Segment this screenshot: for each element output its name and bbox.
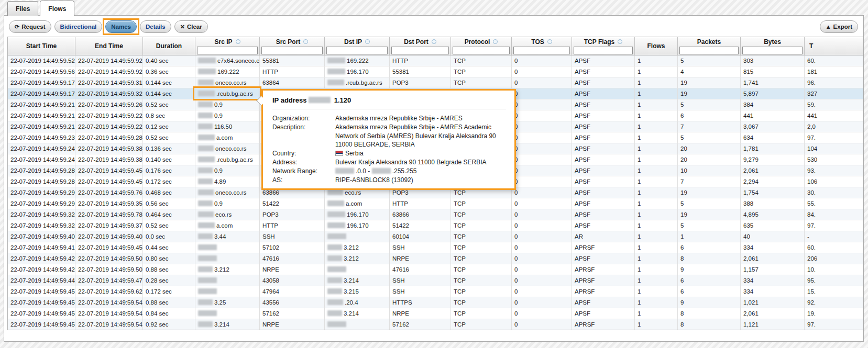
cell-dst[interactable]: a.com [325, 198, 390, 209]
cell-flags[interactable]: APSF [572, 55, 635, 66]
cell-tos[interactable]: 0 [512, 231, 572, 242]
cell-end[interactable]: 22-07-2019 14:49:59.376 [75, 220, 143, 231]
cell-src[interactable]: .rcub.bg.ac.rs [195, 154, 260, 165]
cell-start[interactable]: 22-07-2019 14:49:59.284 [8, 176, 75, 187]
cell-pkts[interactable]: 6 [678, 275, 741, 286]
cell-tos[interactable]: 0 [512, 121, 572, 132]
cell-start[interactable]: 22-07-2019 14:49:59.56 [8, 66, 75, 77]
filter-input-dst[interactable] [326, 47, 388, 54]
cell-tos[interactable]: 0 [512, 253, 572, 264]
cell-src[interactable] [195, 253, 260, 264]
cell-start[interactable]: 22-07-2019 14:49:59.216 [8, 110, 75, 121]
cell-end[interactable]: 22-07-2019 14:49:59.228 [75, 121, 143, 132]
cell-bytes[interactable]: 334 [741, 275, 805, 286]
cell-pkts[interactable]: 19 [678, 209, 741, 220]
cell-bytes[interactable]: 2,061 [741, 165, 805, 176]
cell-src[interactable]: oneco.co.rs [195, 77, 260, 88]
cell-flags[interactable]: APSF [572, 88, 635, 99]
cell-dport[interactable]: HTTPS [390, 297, 451, 308]
cell-end[interactable]: 22-07-2019 14:49:59.500 [75, 253, 143, 264]
cell-tos[interactable]: 0 [512, 275, 572, 286]
cell-src[interactable]: 3.214 [195, 319, 260, 330]
cell-bytes[interactable]: 1,754 [741, 187, 805, 198]
cell-flags[interactable]: APSF [572, 198, 635, 209]
cell-bytes[interactable]: 9,279 [741, 154, 805, 165]
cell-flows[interactable]: 1 [635, 77, 678, 88]
cell-pkts[interactable]: 5 [678, 132, 741, 143]
cell-pkts[interactable]: 8 [678, 253, 741, 264]
cell-tp[interactable]: 97. [805, 220, 863, 231]
cell-end[interactable]: 22-07-2019 14:49:59.456 [75, 176, 143, 187]
table-row[interactable]: 22-07-2019 14:49:59.42022-07-2019 14:49:… [8, 264, 863, 275]
cell-flags[interactable]: APSF [572, 308, 635, 319]
cell-pkts[interactable]: 9 [678, 297, 741, 308]
cell-src[interactable]: eco.rs [195, 209, 260, 220]
cell-dur[interactable]: 0.88 sec [143, 297, 195, 308]
cell-tos[interactable]: 0 [512, 99, 572, 110]
cell-pkts[interactable]: 20 [678, 154, 741, 165]
cell-flags[interactable]: APSF [572, 209, 635, 220]
cell-dst[interactable]: 196.170 [325, 66, 390, 77]
cell-flags[interactable]: APSF [572, 99, 635, 110]
cell-bytes[interactable]: 3,067 [741, 121, 805, 132]
details-button[interactable]: Details [140, 20, 171, 33]
cell-sport[interactable]: 51422 [260, 198, 325, 209]
cell-flows[interactable]: 1 [635, 308, 678, 319]
cell-proto[interactable]: TCP [451, 66, 512, 77]
cell-start[interactable]: 22-07-2019 14:49:59.452 [8, 286, 75, 297]
table-row[interactable]: 22-07-2019 14:49:59.32422-07-2019 14:49:… [8, 209, 863, 220]
cell-sport[interactable]: 55381 [260, 55, 325, 66]
cell-dur[interactable]: 0.52 sec [143, 132, 195, 143]
cell-proto[interactable]: TCP [451, 297, 512, 308]
cell-tp[interactable]: 441 [805, 110, 863, 121]
cell-tp[interactable]: 2,0 [805, 121, 863, 132]
cell-bytes[interactable]: 815 [741, 66, 805, 77]
cell-end[interactable]: 22-07-2019 14:49:59.624 [75, 286, 143, 297]
cell-sport[interactable]: 57162 [260, 308, 325, 319]
cell-tos[interactable]: 0 [512, 264, 572, 275]
cell-tos[interactable]: 0 [512, 77, 572, 88]
filter-input-sport[interactable] [261, 47, 323, 54]
cell-end[interactable]: 22-07-2019 14:49:59.384 [75, 143, 143, 154]
cell-dst[interactable]: 169.222 [325, 55, 390, 66]
cell-end[interactable]: 22-07-2019 14:49:59.92 [75, 66, 143, 77]
cell-start[interactable]: 22-07-2019 14:49:59.280 [8, 165, 75, 176]
cell-flags[interactable]: APRSF [572, 264, 635, 275]
column-header-start[interactable]: Start Time [8, 37, 75, 55]
column-header-bytes[interactable]: Bytes [741, 37, 805, 55]
cell-proto[interactable]: TCP [451, 209, 512, 220]
cell-bytes[interactable]: 1,741 [741, 77, 805, 88]
cell-end[interactable]: 22-07-2019 14:49:59.264 [75, 99, 143, 110]
filter-input-pkts[interactable] [679, 47, 739, 54]
cell-proto[interactable]: TCP [451, 242, 512, 253]
cell-src[interactable]: 3.44 [195, 231, 260, 242]
cell-pkts[interactable]: 19 [678, 187, 741, 198]
cell-flags[interactable]: APSF [572, 77, 635, 88]
cell-dur[interactable]: 0.468 sec [143, 187, 195, 198]
cell-end[interactable]: 22-07-2019 14:49:59.456 [75, 242, 143, 253]
cell-flows[interactable]: 1 [635, 110, 678, 121]
cell-pkts[interactable]: 5 [678, 99, 741, 110]
cell-start[interactable]: 22-07-2019 14:49:59.236 [8, 132, 75, 143]
request-button[interactable]: ⟳ Request [9, 20, 51, 33]
cell-tos[interactable]: 0 [512, 198, 572, 209]
cell-sport[interactable]: NRPE [260, 264, 325, 275]
table-row[interactable]: 22-07-2019 14:49:59.32422-07-2019 14:49:… [8, 220, 863, 231]
cell-tos[interactable]: 0 [512, 66, 572, 77]
cell-start[interactable]: 22-07-2019 14:49:59.400 [8, 231, 75, 242]
cell-start[interactable]: 22-07-2019 14:49:59.52 [8, 55, 75, 66]
cell-tp[interactable]: 84. [805, 209, 863, 220]
cell-dport[interactable]: NRPE [390, 308, 451, 319]
cell-flags[interactable]: APSF [572, 110, 635, 121]
cell-pkts[interactable]: 4 [678, 66, 741, 77]
cell-flows[interactable]: 1 [635, 319, 678, 330]
cell-dur[interactable]: 0.172 sec [143, 286, 195, 297]
sort-circle-icon[interactable] [236, 39, 240, 44]
cell-sport[interactable]: 43058 [260, 275, 325, 286]
filter-input-flags[interactable] [574, 47, 633, 54]
table-row[interactable]: 22-07-2019 14:49:59.45622-07-2019 14:49:… [8, 308, 863, 319]
cell-tos[interactable]: 0 [512, 308, 572, 319]
cell-flows[interactable]: 1 [635, 297, 678, 308]
cell-pkts[interactable]: 9 [678, 264, 741, 275]
cell-pkts[interactable]: 5 [678, 198, 741, 209]
